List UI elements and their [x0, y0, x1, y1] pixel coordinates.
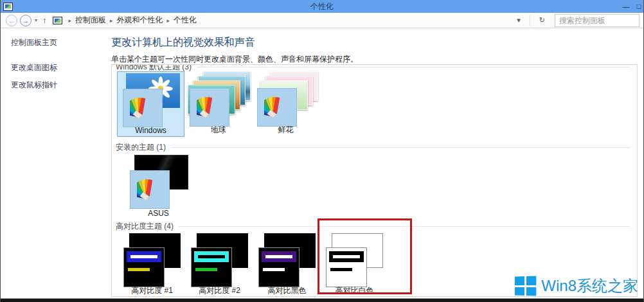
- section-installed-themes: 安装的主题 (1): [116, 142, 631, 153]
- theme-label: 鲜花: [252, 125, 319, 136]
- theme-preview: [258, 247, 300, 287]
- breadcrumb-appearance[interactable]: 外观和个性化: [117, 15, 163, 26]
- theme-label: 地球: [184, 125, 252, 136]
- theme-preview: [326, 247, 367, 287]
- theme-fan-icon: [130, 170, 170, 209]
- back-icon[interactable]: ←: [6, 15, 17, 26]
- page-title: 更改计算机上的视觉效果和声音: [111, 36, 255, 49]
- page-subtitle: 单击某个主题可一次性同时更改桌面背景、颜色、声音和屏幕保护程序。: [111, 54, 358, 65]
- search-input[interactable]: [555, 14, 640, 27]
- section-title: 高对比度主题 (4): [116, 221, 174, 232]
- section-title: 安装的主题 (1): [116, 142, 166, 153]
- window-bottom-edge: [1, 298, 643, 302]
- theme-label: 高对比黑色: [253, 285, 321, 296]
- site-watermark: Win8系统之家: [514, 276, 638, 296]
- minimize-button[interactable]: —: [618, 0, 634, 13]
- address-tools: ▾ ↻: [512, 15, 550, 26]
- crumb-separator-icon: ▸: [167, 17, 170, 24]
- window-title: 个性化: [1, 1, 643, 12]
- windows-logo-icon: [515, 276, 536, 296]
- theme-label: Windows: [118, 126, 184, 135]
- site-name: Win8系统之家: [541, 276, 638, 296]
- crumb-separator-icon: ▸: [110, 17, 113, 24]
- breadcrumb-personalization[interactable]: 个性化: [174, 15, 197, 26]
- theme-label: 高对比度 #2: [186, 285, 253, 296]
- theme-label: 高对比白色: [321, 285, 388, 296]
- divider: [530, 15, 530, 26]
- refresh-icon[interactable]: ↻: [539, 16, 545, 24]
- up-icon[interactable]: ↑: [42, 15, 47, 25]
- breadcrumb-control-panel[interactable]: 控制面板: [75, 15, 106, 26]
- sidebar-item-change-desktop-icons[interactable]: 更改桌面图标: [11, 62, 110, 73]
- theme-preview: [123, 247, 165, 287]
- theme-flowers[interactable]: 鲜花: [252, 71, 319, 137]
- theme-high-contrast-2[interactable]: 高对比度 #2: [186, 232, 253, 297]
- theme-high-contrast-black[interactable]: 高对比黑色: [253, 232, 321, 297]
- crumb-separator-icon: ▸: [69, 17, 72, 24]
- theme-high-contrast-white[interactable]: 高对比白色: [321, 232, 388, 297]
- sidebar: 控制面板主页 更改桌面图标 更改鼠标指针: [1, 28, 110, 97]
- sidebar-item-change-mouse-pointers[interactable]: 更改鼠标指针: [11, 80, 110, 91]
- section-high-contrast-themes: 高对比度主题 (4): [116, 221, 631, 232]
- title-bar: 个性化 — □: [1, 0, 643, 13]
- theme-list-panel: Windows 默认主题 (3): [111, 64, 638, 297]
- sidebar-item-control-panel-home[interactable]: 控制面板主页: [11, 37, 110, 48]
- personalization-window: 个性化 — □ ← → ▾ ↑ ▸ 控制面板 ▸ 外观和个性化 ▸ 个性化 ▾ …: [0, 0, 644, 302]
- theme-fan-icon: [257, 88, 297, 127]
- theme-label: 高对比度 #1: [118, 285, 186, 296]
- forward-icon[interactable]: →: [20, 15, 31, 26]
- theme-fan-icon: [190, 88, 229, 127]
- theme-fan-icon: [123, 89, 163, 127]
- theme-earth[interactable]: 地球: [184, 71, 252, 137]
- theme-preview: [191, 247, 232, 287]
- history-dropdown-icon[interactable]: ▾: [35, 17, 37, 23]
- navigation-toolbar: ← → ▾ ↑ ▸ 控制面板 ▸ 外观和个性化 ▸ 个性化 ▾ ↻: [1, 13, 643, 28]
- theme-windows[interactable]: Windows: [117, 71, 184, 137]
- maximize-button[interactable]: □: [634, 0, 643, 13]
- theme-asus[interactable]: ASUS: [125, 154, 192, 219]
- theme-high-contrast-1[interactable]: 高对比度 #1: [118, 232, 186, 297]
- breadcrumb: ▸ 控制面板 ▸ 外观和个性化 ▸ 个性化: [51, 14, 513, 27]
- address-dropdown-icon[interactable]: ▾: [517, 16, 521, 24]
- theme-label: ASUS: [125, 209, 192, 218]
- control-panel-icon: [53, 17, 62, 24]
- window-controls: — □: [618, 0, 643, 13]
